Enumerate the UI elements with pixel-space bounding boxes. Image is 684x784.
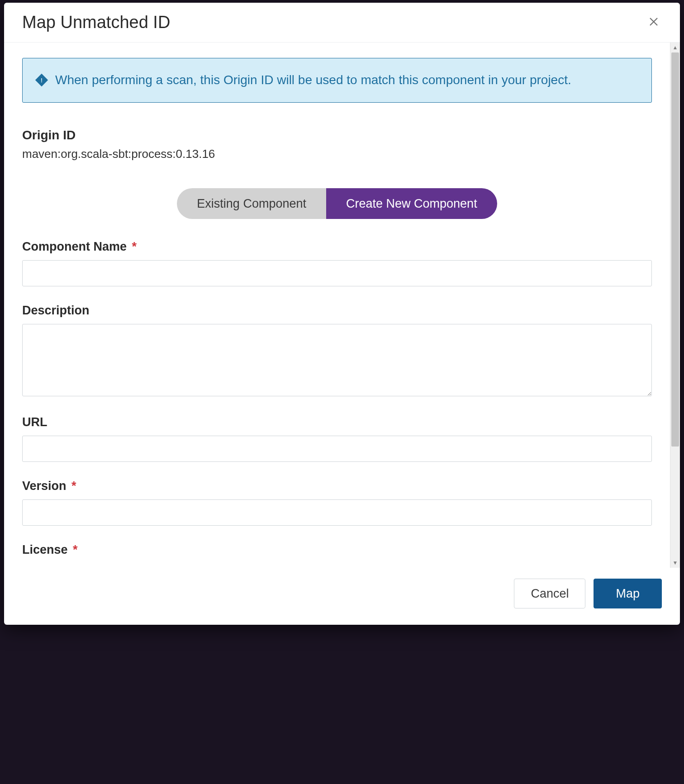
modal-header: Map Unmatched ID	[4, 3, 680, 43]
description-label: Description	[22, 304, 652, 318]
origin-id-value: maven:org.scala-sbt:process:0.13.16	[22, 147, 652, 161]
tab-create-new-component[interactable]: Create New Component	[326, 188, 497, 219]
scrollbar-track[interactable]	[670, 52, 680, 558]
close-icon	[648, 16, 659, 27]
map-unmatched-id-modal: Map Unmatched ID When performing a scan,…	[4, 3, 680, 625]
map-button[interactable]: Map	[594, 579, 662, 608]
modal-body: When performing a scan, this Origin ID w…	[4, 43, 670, 568]
field-component-name: Component Name *	[22, 240, 652, 286]
info-icon	[35, 74, 48, 86]
origin-id-label: Origin ID	[22, 128, 652, 143]
close-button[interactable]	[646, 14, 662, 31]
field-version: Version *	[22, 479, 652, 526]
info-message: When performing a scan, this Origin ID w…	[55, 71, 571, 90]
url-label: URL	[22, 415, 652, 429]
component-mode-toggle: Existing Component Create New Component	[22, 188, 652, 219]
component-name-label: Component Name *	[22, 240, 652, 254]
required-marker: *	[73, 543, 78, 556]
field-license: License *	[22, 543, 652, 557]
scroll-up-arrow-icon[interactable]: ▲	[670, 43, 680, 52]
field-url: URL	[22, 415, 652, 462]
tab-existing-component[interactable]: Existing Component	[177, 188, 326, 219]
description-input[interactable]	[22, 324, 652, 396]
required-marker: *	[71, 479, 76, 493]
version-label: Version *	[22, 479, 652, 493]
field-description: Description	[22, 304, 652, 398]
scroll-down-arrow-icon[interactable]: ▼	[670, 558, 680, 568]
vertical-scrollbar[interactable]: ▲ ▼	[670, 43, 680, 568]
version-input[interactable]	[22, 499, 652, 526]
scrollbar-thumb[interactable]	[671, 52, 679, 447]
info-banner: When performing a scan, this Origin ID w…	[22, 58, 652, 103]
modal-body-wrap: When performing a scan, this Origin ID w…	[4, 43, 680, 568]
cancel-button[interactable]: Cancel	[514, 579, 585, 608]
modal-title: Map Unmatched ID	[22, 13, 170, 32]
modal-footer: Cancel Map	[4, 568, 680, 625]
component-name-input[interactable]	[22, 260, 652, 286]
license-label: License *	[22, 543, 652, 557]
required-marker: *	[132, 240, 137, 253]
url-input[interactable]	[22, 436, 652, 462]
